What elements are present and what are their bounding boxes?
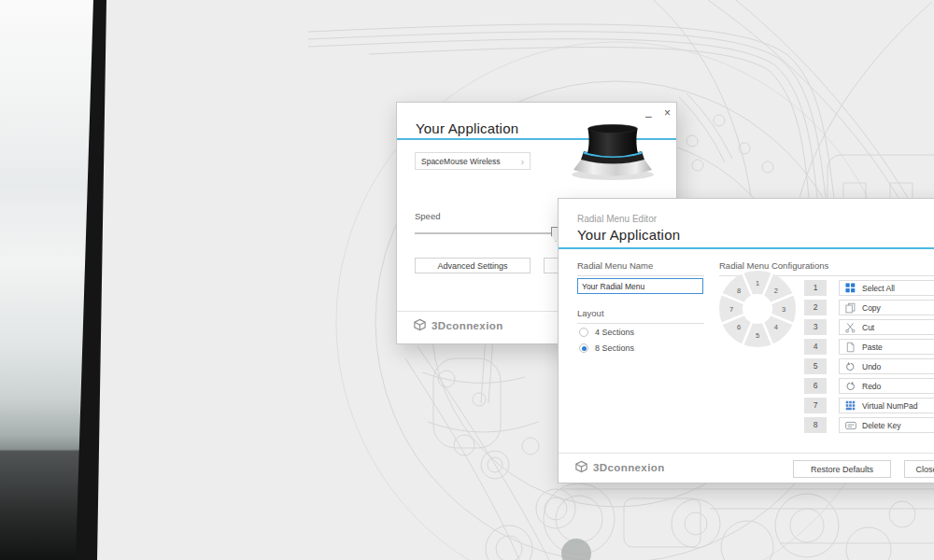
device-dropdown-value: SpaceMouse Wireless [421,157,501,166]
radio-label: 4 Sections [595,328,634,337]
action-label: Undo [862,362,881,371]
redo-icon [845,381,856,392]
svg-text:5: 5 [756,331,759,340]
radio-4-sections[interactable]: 4 Sections [579,327,634,338]
action-label: Copy [862,303,881,313]
chevron-right-icon: › [521,153,524,171]
action-label: Paste [862,343,883,352]
undo-icon [845,361,856,372]
action-selector[interactable]: Undo [839,358,934,374]
action-selector[interactable]: Redo [839,378,934,394]
row-number-badge: 3 [804,319,827,335]
action-selector[interactable]: Select All [839,280,934,296]
row-number-badge: 1 [804,280,827,296]
action-label: Virtual NumPad [862,401,917,411]
svg-text:6: 6 [737,323,741,331]
accent-divider [559,247,934,249]
cube-logo-icon [413,318,427,332]
cut-icon [845,322,856,333]
action-selector[interactable]: Cut [839,319,934,335]
radio-label: 8 Sections [595,343,634,353]
brand-logo: 3Dconnexion [413,318,503,332]
numpad-icon [845,400,856,412]
svg-text:8: 8 [737,287,741,295]
svg-text:4: 4 [774,323,778,331]
row-number-badge: 6 [804,378,827,394]
svg-text:3: 3 [782,305,785,314]
window-title: Your Application [416,120,518,136]
radio-icon[interactable] [579,328,588,337]
device-dropdown[interactable]: SpaceMouse Wireless › [415,152,531,170]
spacemouse-device-image [571,121,655,183]
svg-text:2: 2 [774,287,778,295]
action-label: Delete Key [862,421,901,430]
radio-icon[interactable] [579,343,588,353]
action-selector[interactable]: Paste [839,339,934,355]
action-label: Select All [862,284,895,293]
close-icon[interactable]: × [664,108,671,118]
row-number-badge: 7 [804,398,827,413]
radio-8-sections[interactable]: 8 Sections [579,343,634,354]
brand-logo-text: 3Dconnexion [593,462,665,473]
footer-divider [559,453,934,454]
action-selector[interactable]: Virtual NumPad [839,398,934,413]
advanced-settings-button[interactable]: Advanced Settings [415,258,531,273]
row-number-badge: 4 [804,339,827,355]
window-subtitle: Radial Menu Editor [577,214,657,224]
radial-menu-editor-window: Radial Menu Editor Your Application Radi… [558,198,934,483]
minimize-button[interactable]: – [645,112,652,121]
layout-label: Layout [577,308,704,324]
action-selector[interactable]: Delete Key [839,417,934,433]
radial-menu-preview: 1 2 3 4 5 6 7 8 [715,266,800,352]
row-number-badge: 8 [804,417,827,433]
paste-icon [845,342,856,353]
radial-menu-name-label: Radial Menu Name [577,260,704,276]
cube-logo-icon [574,460,588,474]
row-number-badge: 2 [804,300,827,315]
delete-key-icon [845,420,856,431]
select-all-icon [845,283,856,294]
radial-menu-name-input[interactable] [577,278,703,294]
window-title: Your Application [577,227,680,243]
desktop: Your Application – × [0,0,934,560]
svg-text:7: 7 [729,305,733,314]
svg-text:1: 1 [756,279,759,287]
action-selector[interactable]: Copy [839,300,934,315]
brand-logo-text: 3Dconnexion [432,320,503,331]
action-label: Cut [862,323,874,332]
copy-icon [845,302,856,314]
close-button[interactable]: Close [904,460,934,478]
row-number-badge: 5 [804,358,827,374]
restore-defaults-button[interactable]: Restore Defaults [793,460,891,478]
speed-label: Speed [415,211,440,221]
brand-logo: 3Dconnexion [574,460,665,474]
action-label: Redo [862,382,881,391]
